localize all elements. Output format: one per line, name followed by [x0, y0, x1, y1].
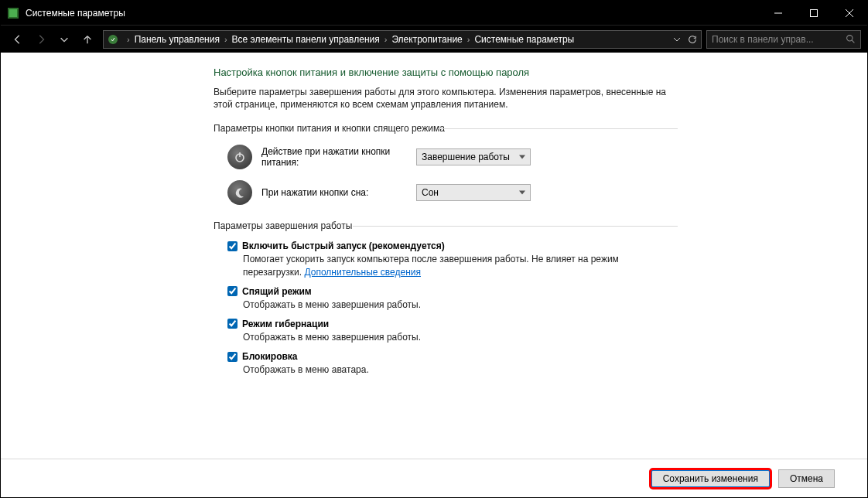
power-icon — [107, 33, 119, 46]
chevron-right-icon: › — [467, 35, 470, 44]
power-icon — [227, 145, 252, 169]
sleep-item: Спящий режим Отображать в меню завершени… — [214, 286, 678, 311]
lock-input[interactable] — [227, 352, 238, 362]
sleep-button-label: При нажатии кнопки сна: — [261, 187, 416, 198]
hibernate-item: Режим гибернации Отображать в меню завер… — [214, 319, 678, 343]
refresh-icon[interactable] — [687, 34, 698, 45]
nav-bar: › Панель управления › Все элементы панел… — [1, 25, 867, 53]
back-button[interactable] — [7, 29, 29, 50]
footer: Сохранить изменения Отмена — [1, 459, 867, 497]
power-button-label: Действие при нажатии кнопки питания: — [261, 146, 416, 168]
close-button[interactable] — [832, 1, 867, 25]
chevron-right-icon: › — [224, 35, 227, 44]
svg-rect-3 — [811, 9, 818, 16]
breadcrumb-segment[interactable]: Панель управления — [135, 34, 220, 45]
cancel-button[interactable]: Отмена — [778, 469, 835, 488]
scroll-area: Настройка кнопок питания и включение защ… — [1, 53, 867, 459]
chevron-down-icon[interactable] — [673, 36, 681, 43]
svg-point-7 — [847, 36, 853, 41]
sleep-button-row: При нажатии кнопки сна: Сон — [214, 180, 678, 205]
window-controls — [760, 1, 867, 25]
svg-line-8 — [852, 40, 854, 43]
chevron-right-icon: › — [127, 35, 130, 44]
lock-checkbox[interactable]: Блокировка — [227, 351, 678, 362]
up-button[interactable] — [77, 29, 98, 50]
sleep-checkbox[interactable]: Спящий режим — [227, 286, 678, 297]
recent-dropdown[interactable] — [53, 29, 75, 50]
control-panel-icon — [7, 7, 19, 19]
power-button-row: Действие при нажатии кнопки питания: Зав… — [214, 145, 678, 169]
maximize-button[interactable] — [796, 1, 832, 25]
hibernate-description: Отображать в меню завершения работы. — [227, 331, 678, 343]
hibernate-input[interactable] — [227, 319, 238, 329]
page-description: Выберите параметры завершения работы для… — [214, 86, 678, 111]
fast-startup-input[interactable] — [227, 241, 238, 251]
sleep-description: Отображать в меню завершения работы. — [227, 298, 678, 311]
search-icon — [846, 34, 856, 44]
forward-button[interactable] — [30, 29, 52, 50]
save-button[interactable]: Сохранить изменения — [651, 469, 771, 488]
search-input[interactable]: Поиск в панели управ... — [706, 30, 861, 49]
chevron-right-icon: › — [384, 35, 388, 44]
svg-point-6 — [108, 35, 118, 44]
hibernate-checkbox[interactable]: Режим гибернации — [227, 319, 678, 329]
breadcrumb-segment[interactable]: Все элементы панели управления — [232, 34, 380, 45]
fast-startup-item: Включить быстрый запуск (рекомендуется) … — [214, 240, 678, 278]
fast-startup-checkbox[interactable]: Включить быстрый запуск (рекомендуется) — [227, 240, 678, 251]
svg-rect-1 — [9, 9, 17, 17]
power-button-select[interactable]: Завершение работы — [416, 148, 531, 165]
sleep-input[interactable] — [227, 286, 238, 296]
fast-startup-description: Помогает ускорить запуск компьютера посл… — [227, 253, 678, 278]
content-area: Настройка кнопок питания и включение защ… — [1, 53, 867, 497]
minimize-button[interactable] — [760, 1, 796, 25]
settings-form: Настройка кнопок питания и включение защ… — [214, 67, 678, 376]
page-title: Настройка кнопок питания и включение защ… — [214, 67, 678, 78]
window: Системные параметры › Панель управления … — [1, 1, 867, 497]
title-bar: Системные параметры — [1, 1, 867, 25]
sleep-button-select[interactable]: Сон — [416, 184, 531, 201]
lock-item: Блокировка Отображать в меню аватара. — [214, 351, 678, 376]
breadcrumb-segment[interactable]: Системные параметры — [474, 34, 574, 45]
breadcrumb-segment[interactable]: Электропитание — [391, 34, 462, 45]
search-placeholder: Поиск в панели управ... — [712, 34, 814, 45]
sleep-icon — [227, 180, 252, 205]
window-title: Системные параметры — [26, 8, 760, 19]
address-bar[interactable]: › Панель управления › Все элементы панел… — [103, 30, 702, 49]
group-shutdown-label: Параметры завершения работы — [214, 220, 678, 231]
more-info-link[interactable]: Дополнительные сведения — [304, 267, 420, 278]
lock-description: Отображать в меню аватара. — [227, 363, 678, 376]
group-power-buttons-label: Параметры кнопки питания и кнопки спящег… — [214, 123, 678, 134]
